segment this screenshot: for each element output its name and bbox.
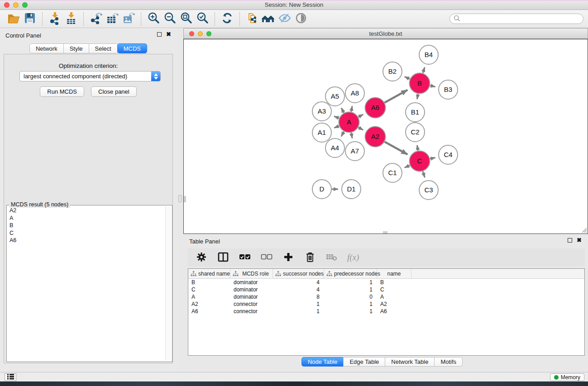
delete-column-button[interactable] bbox=[304, 251, 316, 264]
graph-edge-A-A4[interactable] bbox=[341, 132, 344, 137]
column-header[interactable]: successor nodes bbox=[273, 269, 324, 278]
new-network-from-selection-button[interactable] bbox=[244, 11, 260, 27]
graph-node-C2[interactable]: C2 bbox=[406, 123, 425, 142]
graph-node-A7[interactable]: A7 bbox=[345, 142, 364, 161]
graph-node-A[interactable]: A bbox=[339, 112, 359, 133]
result-list-item[interactable]: A6 bbox=[8, 237, 164, 244]
table-row[interactable]: Adominator80A bbox=[188, 293, 584, 300]
graph-edge-C-C3[interactable] bbox=[423, 171, 425, 177]
deselect-all-columns-button[interactable] bbox=[260, 251, 273, 264]
graph-edge-C-C1[interactable] bbox=[405, 165, 410, 167]
graph-edge-A6-B[interactable] bbox=[385, 90, 408, 103]
show-all-button[interactable] bbox=[293, 11, 309, 27]
column-header[interactable]: shared name bbox=[188, 269, 230, 278]
export-network-button[interactable] bbox=[88, 11, 104, 27]
graph-node-B3[interactable]: B3 bbox=[439, 80, 458, 99]
graph-node-A3[interactable]: A3 bbox=[312, 102, 331, 121]
zoom-selected-button[interactable] bbox=[194, 11, 210, 27]
graph-node-A2[interactable]: A2 bbox=[365, 127, 386, 147]
close-panel-icon[interactable]: ✖ bbox=[166, 32, 171, 37]
graph-node-B[interactable]: B bbox=[410, 73, 430, 94]
search-input[interactable] bbox=[460, 16, 579, 22]
graph-edge-B-B2[interactable] bbox=[405, 77, 410, 79]
zoom-fit-button[interactable] bbox=[178, 11, 194, 27]
search-box[interactable] bbox=[449, 14, 583, 24]
column-header[interactable]: name bbox=[377, 269, 411, 278]
graph-edge-B-B3[interactable] bbox=[430, 86, 435, 87]
tab-style[interactable]: Style bbox=[63, 43, 89, 53]
close-table-panel-icon[interactable]: ✖ bbox=[577, 238, 582, 243]
import-network-button[interactable] bbox=[47, 11, 63, 27]
panel-splitter-handle[interactable] bbox=[178, 195, 182, 202]
tab-network[interactable]: Network bbox=[29, 43, 64, 53]
graph-edge-A-A1[interactable] bbox=[334, 126, 339, 128]
graph-node-B4[interactable]: B4 bbox=[419, 45, 438, 64]
graph-node-D1[interactable]: D1 bbox=[342, 180, 361, 199]
graph-node-A5[interactable]: A5 bbox=[325, 87, 344, 106]
graph-node-A4[interactable]: A4 bbox=[325, 138, 344, 157]
network-canvas[interactable]: B4 B2 B B3 A8 A5 A6 A3 B1 A C2 A1 A2 bbox=[183, 39, 588, 234]
graph-node-B1[interactable]: B1 bbox=[406, 103, 425, 122]
delete-table-button[interactable] bbox=[325, 251, 338, 264]
tab-mcds[interactable]: MCDS bbox=[117, 43, 147, 53]
graph-edge-B-B4[interactable] bbox=[423, 67, 425, 73]
result-list-item[interactable]: A bbox=[8, 214, 164, 222]
graph-edge-B-B1[interactable] bbox=[417, 94, 418, 99]
tab-node-table[interactable]: Node Table bbox=[301, 357, 344, 367]
export-image-button[interactable] bbox=[120, 11, 137, 27]
tab-network-table[interactable]: Network Table bbox=[385, 357, 435, 367]
graph-edge-A-A8[interactable] bbox=[351, 106, 353, 112]
create-column-button[interactable] bbox=[282, 251, 295, 264]
result-scrollbar[interactable] bbox=[165, 206, 171, 361]
graph-node-A6[interactable]: A6 bbox=[365, 98, 386, 118]
graph-node-A8[interactable]: A8 bbox=[345, 84, 364, 103]
graph-edge-A-A6[interactable] bbox=[359, 114, 363, 117]
graph-node-D[interactable]: D bbox=[312, 180, 331, 199]
save-session-button[interactable] bbox=[22, 11, 38, 27]
show-column-button[interactable] bbox=[217, 251, 229, 264]
run-mcds-button[interactable]: Run MCDS bbox=[40, 86, 84, 97]
graph-edge-C-C4[interactable] bbox=[430, 157, 435, 159]
graph-edge-A-A3[interactable] bbox=[334, 116, 339, 119]
first-neighbors-button[interactable] bbox=[260, 11, 277, 27]
graph-node-C1[interactable]: C1 bbox=[383, 163, 402, 182]
float-table-panel-icon[interactable] bbox=[568, 238, 572, 243]
memory-button[interactable]: Memory bbox=[550, 373, 584, 381]
graph-edge-A-A7[interactable] bbox=[351, 133, 353, 138]
table-row[interactable]: A6connector11A6 bbox=[188, 308, 584, 315]
import-table-button[interactable] bbox=[63, 11, 79, 27]
open-session-button[interactable] bbox=[5, 11, 22, 27]
hide-selected-button[interactable] bbox=[277, 11, 293, 27]
zoom-out-button[interactable] bbox=[162, 11, 178, 27]
column-header[interactable]: predecessor nodes bbox=[324, 269, 377, 278]
graph-node-A1[interactable]: A1 bbox=[312, 123, 331, 142]
graph-node-C4[interactable]: C4 bbox=[439, 145, 458, 164]
table-row[interactable]: Bdominator41B bbox=[188, 279, 584, 286]
result-list-item[interactable]: B bbox=[8, 222, 164, 229]
graph-edge-A-A2[interactable] bbox=[359, 127, 363, 130]
export-table-button[interactable] bbox=[104, 11, 120, 27]
function-builder-button[interactable]: f(x) bbox=[347, 253, 359, 262]
table-settings-button[interactable] bbox=[195, 251, 208, 264]
table-row[interactable]: A2connector11A2 bbox=[188, 300, 584, 308]
window-resize-grip[interactable] bbox=[581, 227, 587, 233]
task-history-button[interactable] bbox=[5, 373, 16, 381]
criterion-dropdown[interactable]: largest connected component (directed) bbox=[19, 71, 161, 81]
apply-layout-button[interactable] bbox=[219, 11, 235, 27]
tab-motifs[interactable]: Motifs bbox=[434, 357, 463, 367]
tab-select[interactable]: Select bbox=[89, 43, 118, 53]
graph-edge-A2-C[interactable] bbox=[385, 142, 408, 154]
graph-node-B2[interactable]: B2 bbox=[383, 62, 402, 81]
close-panel-button[interactable]: Close panel bbox=[91, 86, 137, 97]
result-list-item[interactable]: A2 bbox=[8, 207, 164, 214]
graph-node-C[interactable]: C bbox=[410, 151, 430, 172]
table-row[interactable]: Cdominator41C bbox=[188, 286, 584, 293]
float-panel-icon[interactable] bbox=[157, 32, 162, 37]
column-header[interactable]: MCDS role bbox=[230, 269, 273, 278]
zoom-in-button[interactable] bbox=[145, 11, 162, 27]
tab-edge-table[interactable]: Edge Table bbox=[343, 357, 385, 367]
graph-node-C3[interactable]: C3 bbox=[419, 181, 438, 200]
result-list-item[interactable]: C bbox=[8, 229, 164, 237]
select-all-columns-button[interactable] bbox=[239, 251, 251, 264]
graph-edge-C-C2[interactable] bbox=[417, 145, 418, 151]
